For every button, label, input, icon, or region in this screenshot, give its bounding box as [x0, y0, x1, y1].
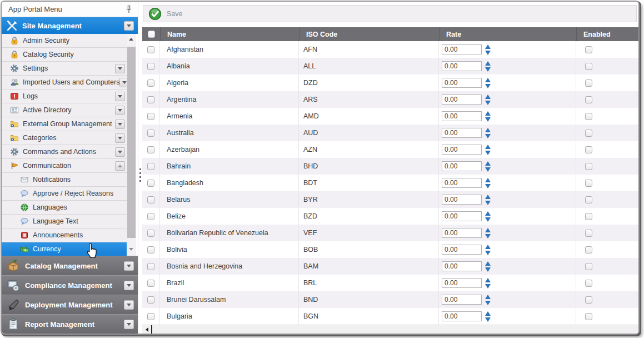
- spinner-up-icon[interactable]: [485, 178, 491, 182]
- enabled-checkbox[interactable]: [585, 263, 592, 270]
- rate-spinner[interactable]: [485, 261, 491, 272]
- spinner-down-icon[interactable]: [485, 151, 491, 155]
- enabled-checkbox[interactable]: [585, 246, 592, 254]
- rate-spinner[interactable]: [485, 111, 491, 122]
- enabled-checkbox[interactable]: [585, 63, 592, 70]
- row-checkbox[interactable]: [147, 63, 154, 70]
- section-deployment-management[interactable]: Deployment Management: [2, 295, 138, 314]
- spinner-up-icon[interactable]: [485, 195, 491, 199]
- spinner-down-icon[interactable]: [485, 251, 491, 255]
- rate-input[interactable]: [442, 111, 482, 121]
- sidebar-item-announcements[interactable]: Announcements: [2, 228, 127, 242]
- sidebar-scrollbar[interactable]: [127, 34, 136, 256]
- pin-icon[interactable]: [125, 5, 133, 14]
- spinner-down-icon[interactable]: [485, 284, 491, 289]
- select-all-checkbox[interactable]: [148, 31, 155, 38]
- rate-spinner[interactable]: [485, 95, 491, 105]
- sidebar-item-catalog-security[interactable]: Catalog Security: [2, 48, 127, 62]
- rate-spinner[interactable]: [485, 211, 491, 222]
- sidebar-item-language-text[interactable]: Language Text: [2, 215, 127, 228]
- sidebar-item-communication[interactable]: Communication: [2, 159, 127, 173]
- enabled-checkbox[interactable]: [585, 146, 592, 153]
- sidebar-item-logs[interactable]: Logs: [2, 90, 127, 103]
- enabled-checkbox[interactable]: [585, 113, 592, 120]
- spinner-down-icon[interactable]: [485, 267, 491, 272]
- rate-input[interactable]: [442, 311, 482, 321]
- spinner-up-icon[interactable]: [485, 245, 491, 249]
- spinner-up-icon[interactable]: [485, 145, 491, 149]
- dropdown-toggle[interactable]: [115, 161, 125, 171]
- row-checkbox[interactable]: [147, 246, 154, 254]
- row-checkbox[interactable]: [147, 180, 154, 187]
- dropdown-toggle[interactable]: [124, 281, 134, 290]
- row-checkbox[interactable]: [147, 313, 154, 320]
- spinner-up-icon[interactable]: [485, 128, 491, 132]
- row-checkbox[interactable]: [147, 79, 154, 87]
- spinner-up-icon[interactable]: [485, 311, 491, 316]
- section-dropdown-toggle[interactable]: [124, 21, 134, 31]
- enabled-checkbox[interactable]: [585, 213, 592, 220]
- enabled-checkbox[interactable]: [585, 46, 592, 53]
- rate-input[interactable]: [442, 61, 482, 71]
- sidebar-item-commands-and-actions[interactable]: Commands and Actions: [2, 145, 127, 159]
- enabled-checkbox[interactable]: [585, 163, 592, 170]
- rate-input[interactable]: [442, 278, 482, 288]
- rate-input[interactable]: [442, 195, 482, 205]
- scroll-left-button[interactable]: [142, 325, 151, 334]
- dropdown-toggle[interactable]: [115, 92, 125, 101]
- row-checkbox[interactable]: [147, 263, 154, 270]
- column-header-enabled[interactable]: Enabled: [576, 27, 638, 41]
- spinner-up-icon[interactable]: [485, 161, 491, 166]
- spinner-down-icon[interactable]: [485, 167, 491, 172]
- row-checkbox[interactable]: [147, 163, 154, 170]
- sidebar-item-approve-reject-reasons[interactable]: Approve / Reject Reasons: [2, 187, 127, 201]
- enabled-checkbox[interactable]: [585, 96, 592, 103]
- rate-spinner[interactable]: [485, 61, 491, 72]
- section-compliance-management[interactable]: Compliance Management: [2, 275, 138, 295]
- spinner-up-icon[interactable]: [485, 278, 491, 282]
- row-checkbox[interactable]: [147, 230, 154, 237]
- sidebar-item-notifications[interactable]: Notifications: [2, 173, 127, 187]
- dropdown-toggle[interactable]: [115, 106, 125, 115]
- dropdown-toggle[interactable]: [115, 133, 125, 143]
- enabled-checkbox[interactable]: [585, 230, 592, 237]
- section-catalog-management[interactable]: Catalog Management: [2, 256, 138, 275]
- pane-splitter[interactable]: [138, 2, 142, 334]
- save-button[interactable]: Save: [148, 7, 183, 21]
- spinner-up-icon[interactable]: [485, 111, 491, 116]
- sidebar-item-external-group-management[interactable]: External Group Management: [2, 117, 127, 131]
- enabled-checkbox[interactable]: [585, 296, 592, 304]
- spinner-up-icon[interactable]: [485, 61, 491, 66]
- sidebar-item-imported-users-and-computers[interactable]: Imported Users and Computers: [2, 76, 127, 90]
- spinner-down-icon[interactable]: [485, 117, 491, 122]
- row-checkbox[interactable]: [147, 196, 154, 203]
- section-report-management[interactable]: Report Management: [2, 314, 138, 334]
- sidebar-item-currency[interactable]: Currency: [2, 242, 127, 256]
- rate-input[interactable]: [442, 128, 482, 138]
- rate-input[interactable]: [442, 145, 482, 155]
- spinner-down-icon[interactable]: [485, 217, 491, 222]
- row-checkbox[interactable]: [147, 96, 154, 103]
- hscrollbar-thumb[interactable]: [151, 325, 638, 334]
- rate-spinner[interactable]: [485, 161, 491, 172]
- rate-input[interactable]: [442, 178, 482, 188]
- spinner-down-icon[interactable]: [485, 67, 491, 72]
- row-checkbox[interactable]: [147, 46, 154, 53]
- dropdown-toggle[interactable]: [124, 300, 134, 310]
- rate-spinner[interactable]: [485, 228, 491, 238]
- rate-spinner[interactable]: [485, 311, 491, 322]
- spinner-down-icon[interactable]: [485, 317, 491, 322]
- scroll-up-icon[interactable]: [129, 38, 133, 41]
- spinner-down-icon[interactable]: [485, 101, 491, 105]
- sidebar-item-categories[interactable]: Categories: [2, 131, 127, 145]
- dropdown-toggle[interactable]: [115, 64, 125, 73]
- rate-input[interactable]: [442, 78, 482, 88]
- enabled-checkbox[interactable]: [585, 280, 592, 287]
- horizontal-scrollbar[interactable]: [142, 325, 638, 334]
- spinner-up-icon[interactable]: [485, 261, 491, 266]
- rate-spinner[interactable]: [485, 145, 491, 155]
- row-checkbox[interactable]: [147, 113, 154, 120]
- row-checkbox[interactable]: [147, 130, 154, 137]
- spinner-up-icon[interactable]: [485, 95, 491, 99]
- scroll-down-icon[interactable]: [129, 248, 133, 251]
